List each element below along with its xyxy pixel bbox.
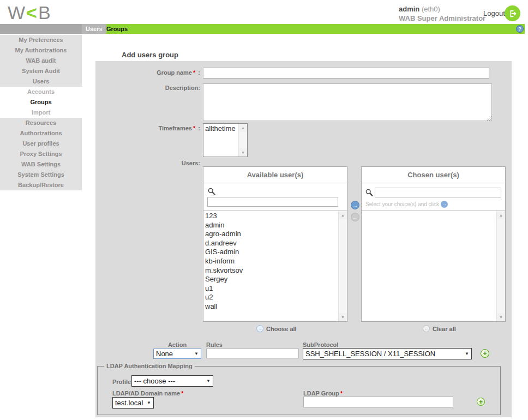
group-name-input[interactable]	[203, 68, 489, 79]
user-option[interactable]: kb-inform	[205, 257, 338, 266]
chosen-users-list[interactable]	[362, 212, 496, 321]
chevron-down-icon: ▼	[147, 400, 151, 405]
sidebar-item-resources[interactable]: Resources	[0, 118, 82, 128]
user-info: admin (eth0) WAB Super Administrator	[399, 4, 485, 23]
scroll-up-icon[interactable]: ▲	[239, 124, 247, 132]
sidebar-item-system-audit[interactable]: System Audit	[0, 66, 82, 76]
sidebar-section-users-submenu: Accounts Groups Import	[0, 87, 82, 118]
logo-letter-b: B	[38, 2, 52, 23]
sidebar-item-users[interactable]: Users	[0, 76, 82, 87]
chosen-users-panel: Chosen user(s) Select your choice(s) and…	[361, 166, 506, 322]
scroll-down-icon[interactable]: ▼	[339, 313, 347, 321]
chosen-users-scrollbar[interactable]: ▲ ▼	[496, 211, 505, 321]
subprotocol-select[interactable]: SSH_SHELL_SESSION / X11_SESSION ▼	[303, 348, 472, 359]
add-rule-button[interactable]: +	[481, 349, 489, 358]
clear-all-arrow-icon: ←	[423, 325, 430, 332]
sidebar-item-backup-restore[interactable]: Backup/Restore	[0, 180, 82, 190]
sidebar-item-my-authorizations[interactable]: My Authorizations	[0, 45, 82, 56]
user-option[interactable]: wall	[205, 302, 338, 311]
chosen-users-search-input[interactable]	[375, 188, 501, 197]
required-asterisk: *	[181, 390, 183, 397]
profile-label: Profile	[112, 379, 131, 385]
sidebar-item-wab-audit[interactable]: WAB audit	[0, 56, 82, 66]
rules-input[interactable]	[206, 349, 299, 358]
ldap-domain-select[interactable]: test.local ▼	[112, 397, 154, 409]
required-asterisk: *	[340, 390, 343, 397]
available-users-search-input[interactable]	[207, 197, 338, 207]
action-label: Action	[153, 341, 201, 348]
search-icon	[365, 189, 373, 196]
user-role: WAB Super Administrator	[399, 14, 485, 23]
tab-groups[interactable]: Groups	[103, 24, 131, 34]
plus-icon: +	[479, 399, 483, 405]
sidebar-item-wab-settings[interactable]: WAB Settings	[0, 159, 82, 170]
logout-label[interactable]: Logout	[483, 9, 505, 17]
available-users-list[interactable]: 123 admin agro-admin d.andreev GIS-admin…	[203, 212, 338, 321]
scroll-down-icon[interactable]: ▼	[239, 148, 247, 157]
sidebar-item-system-settings[interactable]: System Settings	[0, 170, 82, 180]
logout-button[interactable]	[505, 5, 520, 21]
ldap-group-input[interactable]	[303, 397, 453, 407]
scroll-up-icon[interactable]: ▲	[497, 211, 505, 219]
chosen-users-listzone: ▲ ▼	[362, 211, 505, 321]
group-name-label: Group name* :	[106, 69, 200, 76]
help-button[interactable]: ?	[516, 25, 524, 33]
chevron-down-icon: ▼	[206, 379, 211, 383]
user-option[interactable]: m.skvortsov	[205, 266, 338, 275]
search-icon	[208, 188, 215, 195]
ldap-authentication-mapping-fieldset: LDAP Authentication Mapping Profile --- …	[97, 366, 501, 415]
action-select[interactable]: None ▼	[153, 349, 201, 359]
sidebar-item-user-profiles[interactable]: User profiles	[0, 139, 82, 149]
arrow-left-icon: ←	[352, 214, 358, 220]
wab-logo: W<B	[8, 2, 52, 23]
username: admin	[399, 5, 419, 13]
scroll-down-icon[interactable]: ▼	[497, 313, 505, 321]
scroll-up-icon[interactable]: ▲	[339, 211, 347, 219]
timeframes-label: Timeframes* :	[106, 125, 200, 131]
wab-app: W<B admin (eth0) WAB Super Administrator…	[0, 0, 528, 420]
timeframes-listbox[interactable]: allthetime ▲ ▼	[203, 123, 248, 157]
move-left-button[interactable]: ←	[351, 213, 359, 221]
add-ldap-mapping-button[interactable]: +	[477, 398, 485, 406]
rules-label: Rules	[206, 341, 223, 348]
arrow-right-icon: →	[352, 202, 358, 208]
sidebar-item-groups[interactable]: Groups	[0, 97, 82, 107]
timeframes-scrollbar[interactable]: ▲ ▼	[238, 124, 247, 157]
clear-all-button[interactable]: ← Clear all	[423, 325, 456, 332]
available-users-title: Available user(s)	[203, 167, 347, 183]
logo-accent-icon: <	[26, 2, 38, 23]
description-textarea[interactable]	[203, 83, 492, 121]
required-asterisk: *	[193, 125, 195, 131]
user-option[interactable]: GIS-admin	[205, 248, 338, 257]
move-right-button[interactable]: →	[351, 201, 359, 209]
user-option[interactable]: Sergey	[205, 275, 338, 284]
user-option[interactable]: admin	[205, 221, 338, 230]
choose-all-arrow-icon: →	[256, 325, 263, 332]
tab-bar-left-spacer	[0, 24, 82, 34]
available-users-listzone: 123 admin agro-admin d.andreev GIS-admin…	[203, 211, 347, 321]
sidebar-item-import[interactable]: Import	[0, 107, 82, 118]
ldap-group-label: LDAP Group*	[303, 390, 344, 397]
sidebar-item-accounts[interactable]: Accounts	[0, 87, 82, 97]
user-option[interactable]: u2	[205, 293, 338, 302]
profile-select[interactable]: --- choose --- ▼	[131, 375, 213, 387]
sidebar-item-my-preferences[interactable]: My Preferences	[0, 35, 82, 45]
user-option[interactable]: 123	[205, 212, 338, 221]
description-label: Description:	[106, 85, 200, 91]
chosen-users-title: Chosen user(s)	[362, 167, 505, 183]
logo-letter-w: W	[8, 2, 26, 23]
choose-all-button[interactable]: → Choose all	[256, 325, 297, 332]
user-option[interactable]: d.andreev	[205, 239, 338, 248]
sidebar-item-proxy-settings[interactable]: Proxy Settings	[0, 149, 82, 159]
chevron-down-icon: ▼	[465, 351, 469, 356]
ldap-domain-label: LDAP/AD Domain name*	[112, 390, 184, 397]
subprotocol-label: SubProtocol	[303, 341, 338, 348]
ldap-fieldset-legend: LDAP Authentication Mapping	[104, 363, 195, 369]
user-option[interactable]: u1	[205, 284, 338, 293]
available-users-panel: Available user(s) 123 admin agro-admin d…	[203, 166, 347, 322]
user-option[interactable]: agro-admin	[205, 230, 338, 239]
add-users-group-form: Group name* : Description: Timeframes* :…	[95, 61, 512, 417]
sidebar-item-authorizations[interactable]: Authorizations	[0, 128, 82, 139]
sidebar-section-top: My Preferences My Authorizations WAB aud…	[0, 35, 82, 87]
available-users-scrollbar[interactable]: ▲ ▼	[338, 211, 347, 321]
